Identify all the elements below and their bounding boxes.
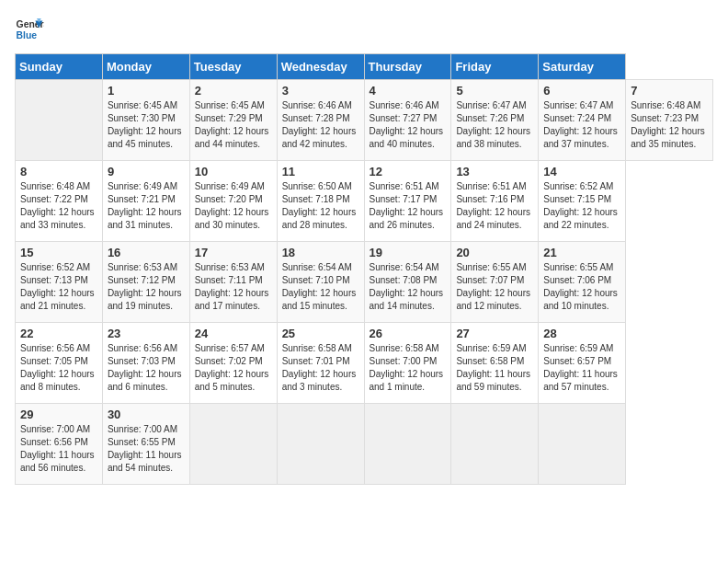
day-number: 11: [282, 165, 359, 178]
day-number: 21: [543, 246, 620, 259]
day-number: 7: [631, 84, 708, 98]
day-detail: Sunrise: 6:46 AM Sunset: 7:27 PM Dayligh…: [370, 99, 447, 151]
day-number: 9: [108, 165, 185, 178]
day-number: 22: [20, 327, 97, 340]
day-detail: Sunrise: 7:00 AM Sunset: 6:56 PM Dayligh…: [20, 423, 97, 475]
day-number: 18: [282, 246, 359, 259]
weekday-header: Tuesday: [189, 54, 277, 80]
day-number: 2: [195, 84, 272, 98]
calendar-cell: [451, 404, 539, 485]
calendar-cell: 25 Sunrise: 6:58 AM Sunset: 7:01 PM Dayl…: [277, 323, 364, 404]
calendar-cell: 13 Sunrise: 6:51 AM Sunset: 7:16 PM Dayl…: [451, 161, 539, 242]
weekday-header: Monday: [102, 54, 189, 80]
day-detail: Sunrise: 6:47 AM Sunset: 7:26 PM Dayligh…: [456, 99, 533, 151]
day-detail: Sunrise: 6:56 AM Sunset: 7:05 PM Dayligh…: [20, 342, 97, 394]
day-number: 29: [20, 408, 97, 421]
day-detail: Sunrise: 6:53 AM Sunset: 7:12 PM Dayligh…: [108, 261, 185, 313]
calendar-cell: 24 Sunrise: 6:57 AM Sunset: 7:02 PM Dayl…: [189, 323, 277, 404]
weekday-header-row: SundayMondayTuesdayWednesdayThursdayFrid…: [16, 54, 713, 80]
calendar-cell: 21 Sunrise: 6:55 AM Sunset: 7:06 PM Dayl…: [539, 242, 626, 323]
calendar-cell: [189, 404, 277, 485]
day-number: 16: [108, 246, 185, 259]
day-number: 4: [370, 84, 447, 98]
calendar-cell: 15 Sunrise: 6:52 AM Sunset: 7:13 PM Dayl…: [16, 242, 103, 323]
day-number: 17: [195, 246, 272, 259]
day-detail: Sunrise: 7:00 AM Sunset: 6:55 PM Dayligh…: [108, 423, 185, 475]
calendar-cell: 14 Sunrise: 6:52 AM Sunset: 7:15 PM Dayl…: [539, 161, 626, 242]
calendar-week-row: 29 Sunrise: 7:00 AM Sunset: 6:56 PM Dayl…: [16, 404, 713, 485]
day-number: 14: [543, 165, 620, 178]
day-detail: Sunrise: 6:46 AM Sunset: 7:28 PM Dayligh…: [282, 99, 359, 151]
calendar-cell: 20 Sunrise: 6:55 AM Sunset: 7:07 PM Dayl…: [451, 242, 539, 323]
calendar-cell: [277, 404, 364, 485]
weekday-header: Sunday: [16, 54, 103, 80]
calendar-week-row: 22 Sunrise: 6:56 AM Sunset: 7:05 PM Dayl…: [16, 323, 713, 404]
day-number: 15: [20, 246, 97, 259]
day-number: 26: [370, 327, 447, 340]
day-detail: Sunrise: 6:57 AM Sunset: 7:02 PM Dayligh…: [195, 342, 272, 394]
weekday-header: Wednesday: [277, 54, 364, 80]
day-number: 12: [370, 165, 447, 178]
day-detail: Sunrise: 6:58 AM Sunset: 7:01 PM Dayligh…: [282, 342, 359, 394]
calendar-cell: 4 Sunrise: 6:46 AM Sunset: 7:27 PM Dayli…: [364, 80, 451, 161]
logo: General Blue: [15, 15, 44, 44]
calendar-cell: [539, 404, 626, 485]
calendar-cell: 9 Sunrise: 6:49 AM Sunset: 7:21 PM Dayli…: [102, 161, 189, 242]
day-detail: Sunrise: 6:56 AM Sunset: 7:03 PM Dayligh…: [108, 342, 185, 394]
calendar-cell: 28 Sunrise: 6:59 AM Sunset: 6:57 PM Dayl…: [539, 323, 626, 404]
calendar-table: SundayMondayTuesdayWednesdayThursdayFrid…: [15, 53, 713, 485]
logo-icon: General Blue: [15, 15, 44, 44]
day-detail: Sunrise: 6:51 AM Sunset: 7:17 PM Dayligh…: [370, 180, 447, 232]
weekday-header: Friday: [451, 54, 539, 80]
calendar-cell: 1 Sunrise: 6:45 AM Sunset: 7:30 PM Dayli…: [102, 80, 189, 161]
day-number: 6: [543, 84, 620, 98]
day-detail: Sunrise: 6:45 AM Sunset: 7:30 PM Dayligh…: [108, 99, 185, 151]
day-detail: Sunrise: 6:55 AM Sunset: 7:06 PM Dayligh…: [543, 261, 620, 313]
day-number: 23: [108, 327, 185, 340]
day-detail: Sunrise: 6:54 AM Sunset: 7:08 PM Dayligh…: [370, 261, 447, 313]
day-detail: Sunrise: 6:52 AM Sunset: 7:13 PM Dayligh…: [20, 261, 97, 313]
day-number: 5: [456, 84, 533, 98]
day-number: 3: [282, 84, 359, 98]
svg-text:Blue: Blue: [17, 30, 38, 40]
calendar-cell: 22 Sunrise: 6:56 AM Sunset: 7:05 PM Dayl…: [16, 323, 103, 404]
calendar-cell: 12 Sunrise: 6:51 AM Sunset: 7:17 PM Dayl…: [364, 161, 451, 242]
day-detail: Sunrise: 6:51 AM Sunset: 7:16 PM Dayligh…: [456, 180, 533, 232]
calendar-cell: [364, 404, 451, 485]
day-detail: Sunrise: 6:52 AM Sunset: 7:15 PM Dayligh…: [543, 180, 620, 232]
calendar-cell: 19 Sunrise: 6:54 AM Sunset: 7:08 PM Dayl…: [364, 242, 451, 323]
day-number: 27: [456, 327, 533, 340]
day-number: 25: [282, 327, 359, 340]
calendar-cell: 10 Sunrise: 6:49 AM Sunset: 7:20 PM Dayl…: [189, 161, 277, 242]
day-detail: Sunrise: 6:49 AM Sunset: 7:21 PM Dayligh…: [108, 180, 185, 232]
day-detail: Sunrise: 6:59 AM Sunset: 6:58 PM Dayligh…: [456, 342, 533, 394]
day-number: 24: [195, 327, 272, 340]
calendar-cell: 7 Sunrise: 6:48 AM Sunset: 7:23 PM Dayli…: [626, 80, 713, 161]
calendar-week-row: 1 Sunrise: 6:45 AM Sunset: 7:30 PM Dayli…: [16, 80, 713, 161]
day-number: 13: [456, 165, 533, 178]
day-detail: Sunrise: 6:58 AM Sunset: 7:00 PM Dayligh…: [370, 342, 447, 394]
day-detail: Sunrise: 6:47 AM Sunset: 7:24 PM Dayligh…: [543, 99, 620, 151]
calendar-week-row: 8 Sunrise: 6:48 AM Sunset: 7:22 PM Dayli…: [16, 161, 713, 242]
day-detail: Sunrise: 6:48 AM Sunset: 7:22 PM Dayligh…: [20, 180, 97, 232]
calendar-cell: 8 Sunrise: 6:48 AM Sunset: 7:22 PM Dayli…: [16, 161, 103, 242]
day-detail: Sunrise: 6:49 AM Sunset: 7:20 PM Dayligh…: [195, 180, 272, 232]
day-number: 28: [543, 327, 620, 340]
day-number: 10: [195, 165, 272, 178]
day-detail: Sunrise: 6:45 AM Sunset: 7:29 PM Dayligh…: [195, 99, 272, 151]
day-detail: Sunrise: 6:53 AM Sunset: 7:11 PM Dayligh…: [195, 261, 272, 313]
day-number: 30: [108, 408, 185, 421]
calendar-cell: 23 Sunrise: 6:56 AM Sunset: 7:03 PM Dayl…: [102, 323, 189, 404]
calendar-cell: 30 Sunrise: 7:00 AM Sunset: 6:55 PM Dayl…: [102, 404, 189, 485]
calendar-cell: 27 Sunrise: 6:59 AM Sunset: 6:58 PM Dayl…: [451, 323, 539, 404]
page-header: General Blue: [15, 15, 713, 44]
calendar-cell: [16, 80, 103, 161]
day-number: 20: [456, 246, 533, 259]
calendar-cell: 29 Sunrise: 7:00 AM Sunset: 6:56 PM Dayl…: [16, 404, 103, 485]
calendar-cell: 11 Sunrise: 6:50 AM Sunset: 7:18 PM Dayl…: [277, 161, 364, 242]
day-detail: Sunrise: 6:55 AM Sunset: 7:07 PM Dayligh…: [456, 261, 533, 313]
calendar-cell: 17 Sunrise: 6:53 AM Sunset: 7:11 PM Dayl…: [189, 242, 277, 323]
calendar-cell: 5 Sunrise: 6:47 AM Sunset: 7:26 PM Dayli…: [451, 80, 539, 161]
weekday-header: Saturday: [539, 54, 626, 80]
day-number: 1: [108, 84, 185, 98]
